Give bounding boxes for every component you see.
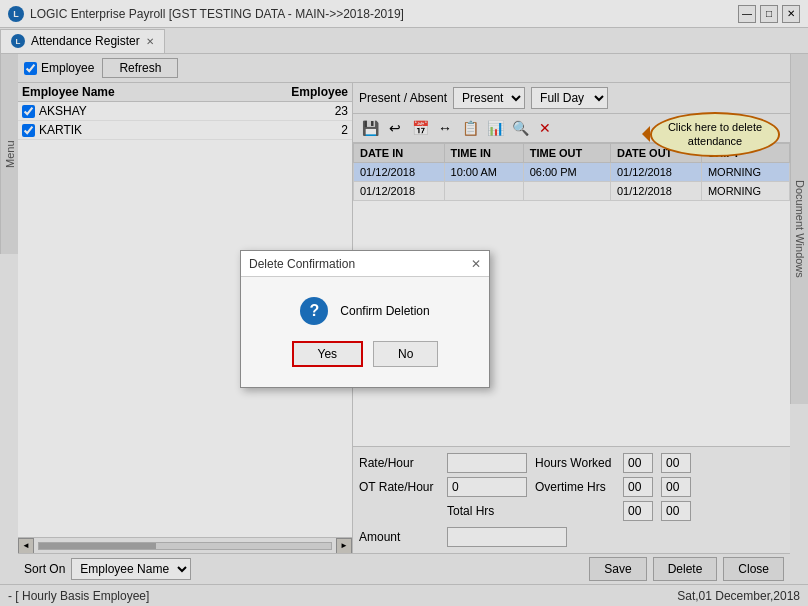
modal-close-button[interactable]: ✕ [471, 257, 481, 271]
yes-button[interactable]: Yes [292, 341, 364, 367]
delete-confirmation-dialog: Delete Confirmation ✕ ? Confirm Deletion… [240, 250, 490, 388]
question-icon: ? [300, 297, 328, 325]
modal-title-bar: Delete Confirmation ✕ [241, 251, 489, 277]
modal-buttons: Yes No [292, 341, 439, 367]
modal-body: ? Confirm Deletion Yes No [241, 277, 489, 387]
modal-message: ? Confirm Deletion [300, 297, 429, 325]
modal-overlay: Delete Confirmation ✕ ? Confirm Deletion… [0, 0, 808, 606]
no-button[interactable]: No [373, 341, 438, 367]
modal-message-text: Confirm Deletion [340, 304, 429, 318]
modal-title: Delete Confirmation [249, 257, 355, 271]
